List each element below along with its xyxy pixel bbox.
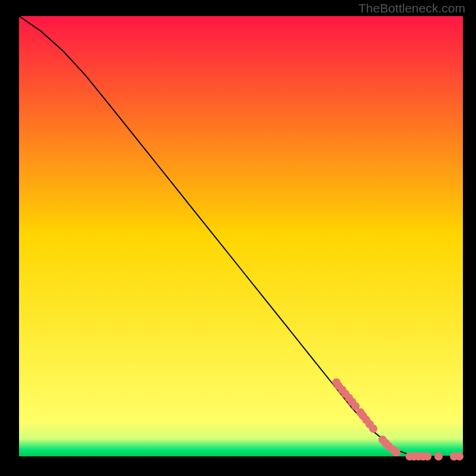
chart-svg [0,0,476,476]
data-marker [434,452,443,461]
plot-background [19,16,463,456]
data-marker [369,424,377,433]
watermark-text: TheBottleneck.com [358,1,465,15]
data-marker [423,452,431,461]
data-marker [392,448,400,456]
chart-container: TheBottleneck.com [0,0,476,476]
data-marker [455,452,464,461]
